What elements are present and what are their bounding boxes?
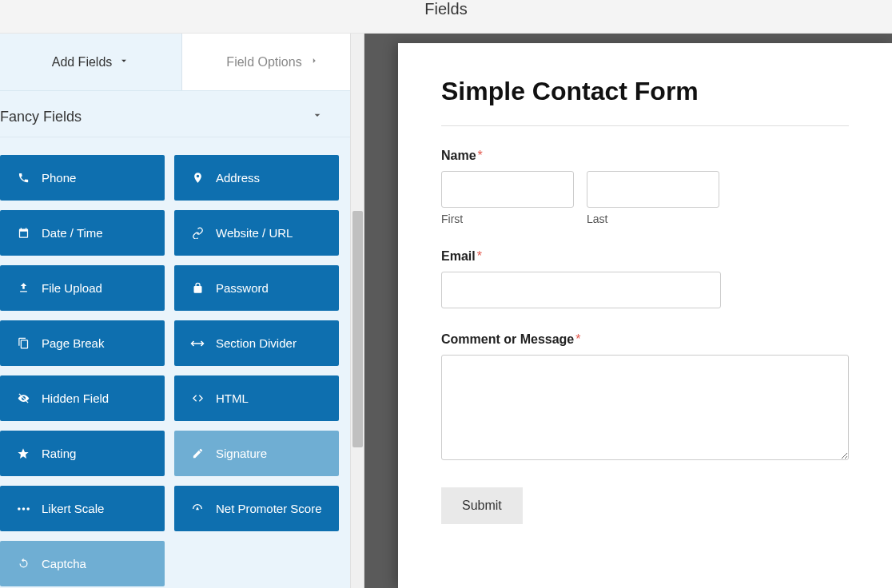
name-first-input[interactable] (441, 171, 574, 208)
code-icon (190, 392, 205, 404)
chevron-down-icon (118, 55, 129, 70)
field-label: Phone (42, 171, 76, 185)
chevron-right-icon (309, 55, 320, 70)
name-last-col: Last (587, 171, 719, 225)
email-label: Email* (441, 249, 849, 264)
name-field-group[interactable]: Name* First Last (441, 149, 849, 225)
svg-point-2 (22, 507, 25, 511)
field-label: Page Break (42, 336, 104, 350)
field-label: Date / Time (42, 226, 103, 240)
tab-add-fields[interactable]: Add Fields (0, 34, 182, 90)
fields-grid: Phone Address Date / Time Website / URL (0, 137, 348, 586)
field-label: HTML (216, 391, 249, 405)
field-label: Address (216, 171, 260, 185)
field-phone[interactable]: Phone (0, 155, 165, 201)
email-field-group[interactable]: Email* (441, 249, 849, 308)
message-label-text: Comment or Message (441, 332, 574, 346)
svg-point-3 (26, 507, 30, 511)
phone-icon (16, 172, 30, 184)
arrows-horizontal-icon (190, 339, 205, 348)
required-asterisk: * (478, 149, 483, 162)
field-label: Hidden Field (42, 391, 109, 405)
field-label: Rating (42, 447, 76, 460)
name-first-sublabel: First (441, 213, 574, 225)
main-area: Add Fields Field Options Fancy Fields (0, 34, 892, 588)
lock-icon (190, 282, 205, 294)
copy-icon (16, 337, 30, 349)
tab-field-options-label: Field Options (226, 55, 301, 70)
field-label: Section Divider (216, 336, 297, 350)
form-title: Simple Contact Form (441, 77, 849, 106)
field-net-promoter-score[interactable]: Net Promoter Score (174, 486, 339, 531)
email-label-text: Email (441, 249, 476, 263)
field-label: Likert Scale (42, 502, 104, 515)
scrollbar-thumb[interactable] (352, 211, 363, 447)
upload-icon (16, 282, 30, 294)
toolbar-title: Fields (424, 0, 467, 18)
field-section-divider[interactable]: Section Divider (174, 320, 339, 366)
ellipsis-icon (16, 506, 30, 512)
field-date-time[interactable]: Date / Time (0, 210, 165, 256)
section-title: Fancy Fields (0, 109, 82, 125)
refresh-icon (16, 558, 30, 570)
field-label: Signature (216, 447, 267, 460)
map-pin-icon (190, 172, 205, 184)
name-last-input[interactable] (587, 171, 719, 208)
fields-panel: Add Fields Field Options Fancy Fields (0, 34, 364, 588)
field-password[interactable]: Password (174, 265, 339, 311)
field-label: File Upload (42, 281, 102, 295)
svg-point-1 (18, 507, 21, 511)
name-first-col: First (441, 171, 574, 225)
section-fancy-fields[interactable]: Fancy Fields (0, 91, 364, 137)
email-input[interactable] (441, 272, 721, 308)
tab-add-fields-label: Add Fields (52, 55, 113, 70)
scrollbar-track[interactable] (350, 34, 364, 588)
message-field-group[interactable]: Comment or Message* (441, 332, 849, 463)
field-address[interactable]: Address (174, 155, 339, 201)
field-page-break[interactable]: Page Break (0, 320, 165, 366)
field-label: Password (216, 281, 269, 295)
required-asterisk: * (575, 332, 580, 346)
form-preview-area: Simple Contact Form Name* First Last (364, 34, 892, 588)
field-likert-scale[interactable]: Likert Scale (0, 486, 165, 531)
chevron-down-icon (311, 109, 341, 125)
calendar-icon (16, 227, 30, 239)
star-icon (16, 447, 30, 460)
top-toolbar: Fields (0, 0, 892, 34)
tab-field-options[interactable]: Field Options (182, 34, 364, 90)
field-label: Captcha (42, 557, 86, 570)
field-signature[interactable]: Signature (174, 431, 339, 476)
message-textarea[interactable] (441, 355, 849, 460)
divider (441, 125, 849, 126)
pencil-icon (190, 447, 205, 459)
required-asterisk: * (477, 249, 482, 263)
name-label-text: Name (441, 149, 476, 162)
field-website-url[interactable]: Website / URL (174, 210, 339, 256)
field-html[interactable]: HTML (174, 375, 339, 421)
gauge-icon (190, 503, 205, 515)
field-captcha[interactable]: Captcha (0, 541, 165, 586)
name-row: First Last (441, 171, 849, 225)
name-last-sublabel: Last (587, 213, 719, 225)
field-label: Net Promoter Score (216, 502, 322, 515)
field-file-upload[interactable]: File Upload (0, 265, 165, 311)
eye-slash-icon (16, 392, 30, 404)
form-preview-card[interactable]: Simple Contact Form Name* First Last (398, 43, 892, 588)
field-label: Website / URL (216, 226, 293, 240)
submit-button[interactable]: Submit (441, 487, 523, 524)
panel-tabs: Add Fields Field Options (0, 34, 364, 91)
name-label: Name* (441, 149, 849, 163)
message-label: Comment or Message* (441, 332, 849, 347)
field-rating[interactable]: Rating (0, 431, 165, 476)
link-icon (190, 227, 205, 239)
field-hidden-field[interactable]: Hidden Field (0, 375, 165, 421)
